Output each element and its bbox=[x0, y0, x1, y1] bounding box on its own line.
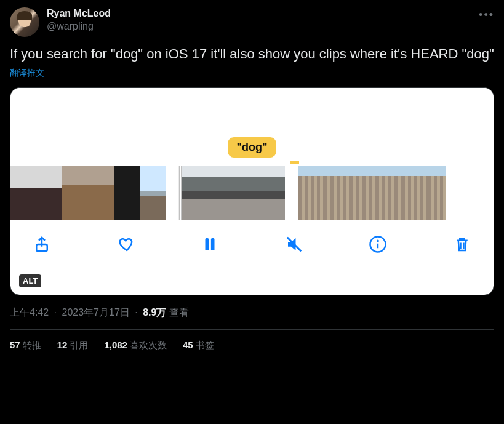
tweet-header: Ryan McLeod @warpling bbox=[10, 7, 494, 37]
video-frame bbox=[114, 166, 140, 220]
share-icon[interactable] bbox=[33, 235, 51, 256]
svg-point-6 bbox=[378, 240, 378, 241]
media-toolbar bbox=[10, 220, 494, 265]
video-frame bbox=[36, 166, 62, 220]
video-frame bbox=[62, 166, 88, 220]
svg-rect-2 bbox=[211, 238, 215, 250]
more-options-button[interactable]: ••• bbox=[479, 9, 494, 22]
media-blank-area bbox=[10, 88, 494, 137]
video-timeline[interactable] bbox=[10, 166, 494, 220]
clip-group-2[interactable] bbox=[179, 166, 285, 220]
avatar[interactable] bbox=[10, 7, 39, 37]
svg-rect-1 bbox=[206, 238, 209, 250]
tweet-meta: 上午4:42 · 2023年7月17日 · 8.9万 查看 bbox=[10, 306, 494, 330]
views-label-text: 查看 bbox=[169, 307, 189, 318]
bookmarks-label: 书签 bbox=[196, 340, 214, 350]
views-count[interactable]: 8.9万 bbox=[143, 307, 166, 318]
clip-group-1[interactable] bbox=[10, 166, 166, 220]
separator: · bbox=[135, 307, 137, 318]
video-frame bbox=[88, 166, 114, 220]
video-frame bbox=[324, 166, 350, 220]
display-name[interactable]: Ryan McLeod bbox=[47, 7, 111, 20]
video-frame bbox=[182, 166, 207, 220]
pause-icon[interactable] bbox=[201, 235, 219, 256]
tweet-text: If you search for "dog" on iOS 17 it'll … bbox=[10, 46, 494, 63]
search-highlight-row: "dog" bbox=[10, 137, 494, 161]
video-frame bbox=[259, 166, 285, 220]
video-frame bbox=[402, 166, 428, 220]
translate-link[interactable]: 翻译推文 bbox=[10, 68, 44, 79]
tweet-date[interactable]: 2023年7月17日 bbox=[62, 307, 130, 318]
author-names: Ryan McLeod @warpling bbox=[47, 7, 111, 33]
video-frame bbox=[233, 166, 259, 220]
video-frame bbox=[428, 166, 446, 220]
video-frame bbox=[140, 166, 166, 220]
bookmarks-stat[interactable]: 45书签 bbox=[183, 340, 214, 351]
info-icon[interactable] bbox=[369, 235, 387, 256]
retweets-label: 转推 bbox=[23, 340, 41, 350]
video-frame bbox=[10, 166, 36, 220]
likes-count: 1,082 bbox=[104, 340, 127, 350]
search-term-badge: "dog" bbox=[228, 137, 276, 158]
mute-icon[interactable] bbox=[285, 235, 303, 256]
tweet-stats: 57转推 12引用 1,082喜欢次数 45书签 bbox=[10, 330, 494, 351]
heart-icon[interactable] bbox=[117, 235, 135, 256]
likes-stat[interactable]: 1,082喜欢次数 bbox=[104, 340, 167, 351]
bookmarks-count: 45 bbox=[183, 340, 193, 350]
user-handle[interactable]: @warpling bbox=[47, 20, 111, 33]
retweets-count: 57 bbox=[10, 340, 20, 350]
quotes-stat[interactable]: 12引用 bbox=[57, 340, 89, 351]
timeline-marker bbox=[10, 161, 494, 166]
trash-icon[interactable] bbox=[453, 235, 471, 256]
alt-badge[interactable]: ALT bbox=[19, 274, 41, 287]
retweets-stat[interactable]: 57转推 bbox=[10, 340, 41, 351]
quotes-label: 引用 bbox=[70, 340, 88, 350]
video-frame bbox=[298, 166, 324, 220]
quotes-count: 12 bbox=[57, 340, 68, 350]
media-card[interactable]: "dog" bbox=[10, 87, 494, 295]
likes-label: 喜欢次数 bbox=[130, 340, 167, 350]
tweet-time[interactable]: 上午4:42 bbox=[10, 307, 49, 318]
tweet-container: ••• Ryan McLeod @warpling If you search … bbox=[0, 0, 504, 359]
video-frame bbox=[207, 166, 233, 220]
clip-group-3[interactable] bbox=[298, 166, 446, 220]
video-frame bbox=[350, 166, 376, 220]
separator: · bbox=[54, 307, 57, 318]
video-frame bbox=[376, 166, 402, 220]
